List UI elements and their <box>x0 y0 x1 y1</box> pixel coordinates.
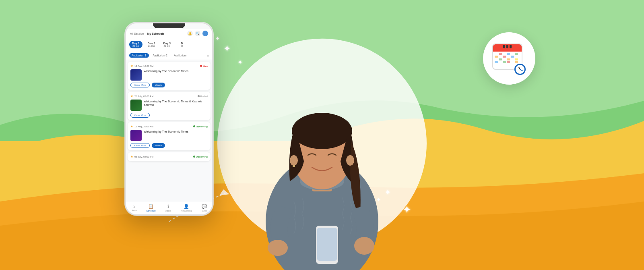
session-3-date: 12 Aug, 10:00 AM <box>134 125 153 128</box>
day-3-date: 22 Oct <box>164 45 170 47</box>
day-4-pill[interactable]: D 23 <box>176 41 188 48</box>
phone-frame: All Session My Schedule 🔔 🔍 Day 1 20 Oct… <box>125 22 213 216</box>
session-2-actions: Know More <box>130 113 208 118</box>
cal-cell <box>511 53 514 55</box>
cal-cell <box>511 56 514 58</box>
day-1-pill[interactable]: Day 1 20 Oct <box>129 41 142 48</box>
nav-chat[interactable]: 💬 Chat <box>202 204 207 212</box>
auditorium-menu-icon[interactable]: ≡ <box>207 54 209 58</box>
session-1-watch-btn[interactable]: Watch <box>152 83 165 87</box>
chat-icon: 💬 <box>202 204 207 209</box>
session-2-status: Ended <box>198 95 208 98</box>
search-icon[interactable]: 🔍 <box>195 31 200 36</box>
home-icon: ⌂ <box>132 204 135 209</box>
auditorium-3-tab[interactable]: Auditorium <box>171 53 189 58</box>
sessions-list: ★ 13 Aug, 10:00 AM Live Welcoming by The… <box>126 60 212 163</box>
nav-home-label: Home <box>131 209 137 212</box>
cal-cell <box>499 61 502 63</box>
person-svg <box>237 12 407 270</box>
session-3-meta: ★ 12 Aug, 10:00 AM Upcoming <box>130 125 208 128</box>
nav-home[interactable]: ⌂ Home <box>131 204 137 212</box>
session-3-meta-left: ★ 12 Aug, 10:00 AM <box>130 125 153 128</box>
cal-cell <box>503 53 506 55</box>
cal-cell <box>503 56 506 58</box>
svg-point-7 <box>346 155 354 166</box>
user-avatar[interactable] <box>202 31 208 36</box>
session-card-1: ★ 13 Aug, 10:00 AM Live Welcoming by The… <box>128 62 211 90</box>
session-1-status: Live <box>200 65 208 67</box>
clock-minute-hand <box>520 69 523 71</box>
day-1-label: Day 1 <box>132 42 140 45</box>
session-card-2: ★ 25 July, 02:00 PM Ended Welcoming by T… <box>128 92 211 120</box>
day-4-date: 23 <box>181 45 183 47</box>
cal-cell <box>499 53 502 55</box>
session-4-status: Upcoming <box>193 156 208 158</box>
svg-point-8 <box>293 165 295 167</box>
tab-my-schedule[interactable]: My Schedule <box>147 32 165 35</box>
session-4-status-text: Upcoming <box>196 156 208 158</box>
session-3-status-text: Upcoming <box>196 125 208 128</box>
notification-icon[interactable]: 🔔 <box>187 31 193 36</box>
calendar-grid <box>493 52 522 64</box>
session-1-star[interactable]: ★ <box>130 64 133 68</box>
session-3-title: Welcoming by The Economic Times <box>144 130 188 141</box>
session-2-star[interactable]: ★ <box>130 94 133 98</box>
nav-about[interactable]: ℹ About <box>165 204 171 212</box>
svg-point-6 <box>290 155 298 166</box>
nav-networking[interactable]: 👤 Networking <box>181 204 192 212</box>
session-3-status: Upcoming <box>193 125 208 128</box>
cal-cell <box>495 56 498 58</box>
day-3-pill[interactable]: Day 3 22 Oct <box>160 41 173 48</box>
cal-cell <box>515 61 518 63</box>
phone-nav-tabs: All Session My Schedule <box>130 32 164 35</box>
session-4-meta: ★ 05 July, 02:00 PM Upcoming <box>130 155 208 158</box>
session-4-date: 05 July, 02:00 PM <box>134 156 154 158</box>
cal-cell <box>515 56 518 58</box>
day-3-label: Day 3 <box>163 42 171 45</box>
day-selector: Day 1 20 Oct Day 2 21 Oct Day 3 22 Oct D… <box>126 38 212 51</box>
session-1-date: 13 Aug, 10:00 AM <box>134 65 153 67</box>
calendar-widget <box>483 32 535 85</box>
calendar-icon <box>492 42 526 76</box>
phone-mockup: All Session My Schedule 🔔 🔍 Day 1 20 Oct… <box>125 22 213 216</box>
session-2-status-text: Ended <box>200 95 208 98</box>
session-1-content: Welcoming by The Economic Times <box>130 69 208 81</box>
session-2-thumbnail <box>130 100 142 111</box>
session-3-watch-btn[interactable]: Watch <box>152 143 165 148</box>
cal-cell <box>515 58 518 60</box>
cal-cell <box>507 61 510 63</box>
phone-header: All Session My Schedule 🔔 🔍 <box>126 29 212 38</box>
session-1-know-more-btn[interactable]: Know More <box>130 83 150 87</box>
day-2-pill[interactable]: Day 2 21 Oct <box>145 41 158 48</box>
session-4-meta-left: ★ 05 July, 02:00 PM <box>130 155 154 158</box>
session-2-title: Welcoming by The Economic Times & Keynot… <box>144 100 208 111</box>
session-1-meta-left: ★ 13 Aug, 10:00 AM <box>130 64 153 68</box>
tab-all-session[interactable]: All Session <box>130 32 144 35</box>
auditorium-2-tab[interactable]: Auditorium 2 <box>151 53 170 58</box>
cal-cell <box>503 61 506 63</box>
clock-face <box>516 65 524 74</box>
calendar-row-3 <box>495 58 520 60</box>
session-3-star[interactable]: ★ <box>130 125 133 128</box>
calendar-row-4 <box>495 61 520 63</box>
session-2-meta: ★ 25 July, 02:00 PM Ended <box>130 94 208 98</box>
nav-schedule[interactable]: 📋 Schedule <box>147 204 156 212</box>
session-1-actions: Know More Watch <box>130 83 208 87</box>
auditorium-1-tab[interactable]: Auditorium 1 <box>129 53 149 58</box>
schedule-icon: 📋 <box>148 204 154 209</box>
session-4-star[interactable]: ★ <box>130 155 133 158</box>
svg-point-9 <box>268 240 288 256</box>
calendar-header <box>493 44 522 52</box>
session-1-meta: ★ 13 Aug, 10:00 AM Live <box>130 64 208 68</box>
session-2-know-more-btn[interactable]: Know More <box>130 113 150 118</box>
cal-cell <box>495 53 498 55</box>
session-4-status-dot <box>193 156 195 158</box>
session-3-know-more-btn[interactable]: Know More <box>130 143 150 148</box>
svg-rect-12 <box>317 228 337 261</box>
calendar-row-1 <box>495 53 520 55</box>
svg-point-10 <box>354 237 374 255</box>
session-1-status-text: Live <box>203 65 208 67</box>
session-3-actions: Know More Watch <box>130 143 208 148</box>
session-card-4: ★ 05 July, 02:00 PM Upcoming <box>128 152 211 161</box>
nav-schedule-label: Schedule <box>147 210 156 212</box>
